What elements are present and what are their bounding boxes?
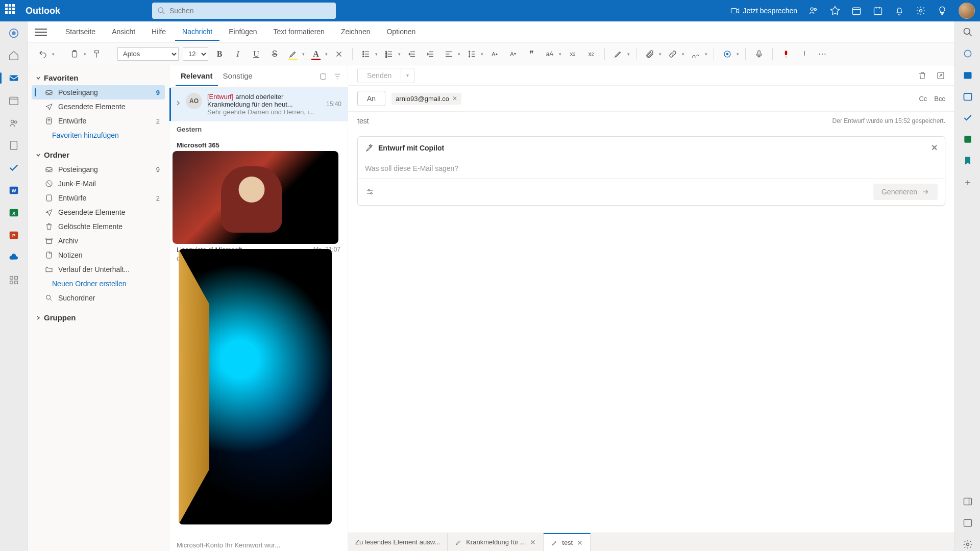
font-size-select[interactable]: 12	[183, 47, 208, 61]
copilot-prompt-input[interactable]	[365, 164, 938, 172]
rr-tasks-icon[interactable]	[961, 111, 974, 124]
rail-excel-icon[interactable]: X	[6, 205, 21, 220]
search-box[interactable]	[152, 3, 336, 19]
underline-button[interactable]: U	[249, 47, 263, 61]
align-button[interactable]	[442, 47, 456, 61]
subscript-button[interactable]: x2	[566, 47, 580, 61]
styles-button[interactable]	[611, 47, 625, 61]
folders-header[interactable]: Ordner	[32, 147, 165, 162]
notifications-icon[interactable]	[894, 6, 904, 16]
folder-gesendete[interactable]: Gesendete Elemente	[32, 205, 165, 219]
rail-word-icon[interactable]: W	[6, 183, 21, 198]
bold-button[interactable]: B	[212, 47, 227, 61]
rr-day-icon[interactable]	[961, 90, 974, 103]
outdent-button[interactable]	[405, 47, 419, 61]
folder-geloeschte[interactable]: Gelöschte Elemente	[32, 219, 165, 234]
filter-icon[interactable]	[333, 72, 341, 81]
tab-text-formatieren[interactable]: Text formatieren	[266, 23, 332, 41]
premium-icon[interactable]	[830, 6, 840, 16]
folder-posteingang[interactable]: Posteingang9	[32, 162, 165, 177]
strike-button[interactable]: S	[267, 47, 282, 61]
quote-button[interactable]: ❞	[524, 47, 538, 61]
tab-nachricht[interactable]: Nachricht	[175, 23, 219, 41]
folder-verlauf[interactable]: Verlauf der Unterhalt...	[32, 262, 165, 277]
link-button[interactable]	[666, 47, 680, 61]
undo-button[interactable]	[36, 47, 50, 61]
tips-icon[interactable]	[937, 6, 947, 16]
subject-field[interactable]: test	[357, 117, 369, 125]
copilot-ribbon-button[interactable]	[720, 47, 734, 61]
rr-contacts-icon[interactable]	[961, 133, 974, 146]
select-mode-icon[interactable]	[319, 72, 327, 81]
copilot-adjust-icon[interactable]	[365, 187, 375, 197]
my-day-icon[interactable]	[873, 6, 883, 16]
send-dropdown-icon[interactable]: ▾	[401, 69, 414, 81]
bullets-button[interactable]	[359, 47, 373, 61]
send-button[interactable]: Senden ▾	[357, 68, 414, 83]
copilot-close-icon[interactable]: ✕	[931, 143, 938, 153]
rail-copilot-icon[interactable]	[6, 26, 21, 41]
rail-onedrive-icon[interactable]	[6, 250, 21, 265]
close-tab-icon[interactable]: ✕	[530, 538, 536, 546]
more-ribbon-button[interactable]: ⋯	[816, 47, 830, 61]
dictate-button[interactable]	[752, 47, 766, 61]
meet-now-button[interactable]: Jetzt besprechen	[730, 6, 797, 15]
rail-todo-icon[interactable]	[6, 160, 21, 176]
fav-entwuerfe[interactable]: Entwürfe 2	[32, 114, 165, 128]
priority-button[interactable]	[797, 47, 812, 61]
groups-header[interactable]: Gruppen	[32, 310, 165, 325]
bottom-tab-test[interactable]: test ✕	[544, 533, 591, 551]
rail-powerpoint-icon[interactable]: P	[6, 228, 21, 243]
fav-posteingang[interactable]: Posteingang 9	[32, 85, 165, 99]
msglist-tab-sonstige[interactable]: Sonstige	[218, 66, 258, 86]
tab-startseite[interactable]: Startseite	[58, 23, 103, 41]
bcc-button[interactable]: Bcc	[934, 95, 945, 103]
copilot-generate-button[interactable]: Generieren	[873, 184, 938, 200]
settings-icon[interactable]	[916, 6, 926, 16]
rail-more-apps-icon[interactable]	[6, 272, 21, 288]
favorites-header[interactable]: Favoriten	[32, 70, 165, 85]
remove-recipient-icon[interactable]: ✕	[452, 95, 457, 102]
calendar-day-icon[interactable]	[851, 6, 862, 16]
attach-button[interactable]	[643, 47, 657, 61]
fav-gesendete[interactable]: Gesendete Elemente	[32, 99, 165, 114]
folder-notizen[interactable]: Notizen	[32, 248, 165, 262]
format-painter-button[interactable]	[90, 47, 105, 61]
tab-ansicht[interactable]: Ansicht	[105, 23, 142, 41]
sensitivity-button[interactable]	[779, 47, 793, 61]
close-tab-icon[interactable]: ✕	[577, 539, 583, 547]
font-family-select[interactable]: Aptos	[117, 47, 179, 61]
expand-thread-icon[interactable]	[176, 93, 181, 113]
to-button[interactable]: An	[357, 91, 385, 106]
superscript-button[interactable]: x2	[584, 47, 598, 61]
folder-suchordner[interactable]: Suchordner	[32, 291, 165, 305]
rr-settings-icon[interactable]	[961, 538, 974, 551]
shrink-font-button[interactable]: A▾	[506, 47, 520, 61]
discard-icon[interactable]	[918, 71, 927, 80]
paste-button[interactable]	[67, 47, 82, 61]
folder-junk[interactable]: Junk-E-Mail	[32, 177, 165, 191]
change-case-button[interactable]: aA	[543, 47, 557, 61]
hamburger-icon[interactable]	[35, 26, 47, 38]
recipient-chip[interactable]: arnio93@gmail.co ✕	[391, 93, 461, 105]
rr-search-icon[interactable]	[961, 26, 974, 39]
app-launcher-icon[interactable]	[5, 4, 18, 17]
search-input[interactable]	[169, 7, 331, 15]
add-favorite-link[interactable]: Favoriten hinzufügen	[32, 128, 165, 142]
msglist-tab-relevant[interactable]: Relevant	[176, 66, 218, 86]
clear-format-button[interactable]	[332, 47, 346, 61]
rail-calendar-icon[interactable]	[6, 93, 21, 108]
rr-expand-icon[interactable]	[961, 516, 974, 530]
rr-copilot-icon[interactable]	[961, 47, 974, 60]
rail-files-icon[interactable]	[6, 138, 21, 153]
rr-add-icon[interactable]: ＋	[961, 176, 974, 189]
tab-hilfe[interactable]: Hilfe	[144, 23, 173, 41]
signature-button[interactable]	[689, 47, 703, 61]
teams-icon[interactable]	[808, 6, 819, 16]
rr-bookmarks-icon[interactable]	[961, 154, 974, 167]
popout-icon[interactable]	[936, 71, 945, 80]
bottom-tab-krankmeldung[interactable]: Krankmeldung für ... ✕	[448, 533, 544, 551]
account-avatar[interactable]	[959, 3, 975, 19]
rail-people-icon[interactable]	[6, 115, 21, 131]
tab-optionen[interactable]: Optionen	[379, 23, 423, 41]
